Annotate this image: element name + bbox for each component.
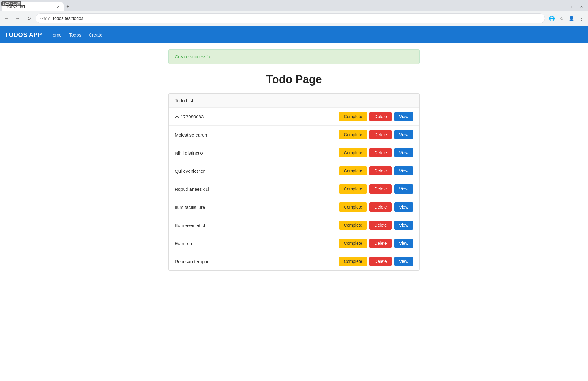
todo-item-title: Eum rem bbox=[175, 241, 193, 246]
view-button[interactable]: View bbox=[394, 257, 413, 266]
browser-chrome: TODO LIST ✕ + — □ ✕ ← → ↻ 不安全 todos.test… bbox=[0, 0, 588, 26]
view-button[interactable]: View bbox=[394, 221, 413, 230]
todo-item-actions: Complete Delete View bbox=[339, 148, 413, 157]
delete-button[interactable]: Delete bbox=[369, 184, 391, 194]
todo-item-actions: Complete Delete View bbox=[339, 202, 413, 212]
todo-item: Nihil distinctio Complete Delete View bbox=[169, 144, 419, 162]
view-button[interactable]: View bbox=[394, 112, 413, 121]
delete-button[interactable]: Delete bbox=[369, 202, 391, 212]
success-alert: Create successful! bbox=[168, 49, 420, 64]
tab-close-icon[interactable]: ✕ bbox=[56, 4, 60, 9]
menu-icon[interactable]: ⋮ bbox=[577, 14, 586, 23]
view-button[interactable]: View bbox=[394, 202, 413, 212]
todo-item-actions: Complete Delete View bbox=[339, 130, 413, 139]
browser-tab-bar: TODO LIST ✕ + — □ ✕ bbox=[0, 0, 588, 11]
complete-button[interactable]: Complete bbox=[339, 148, 367, 157]
view-button[interactable]: View bbox=[394, 130, 413, 139]
app-navbar: TODOS APP Home Todos Create bbox=[0, 26, 588, 43]
todo-item: zy 173080083 Complete Delete View bbox=[169, 108, 419, 126]
delete-button[interactable]: Delete bbox=[369, 239, 391, 248]
todo-item-title: Molestise earum bbox=[175, 132, 208, 137]
browser-toolbar: ← → ↻ 不安全 todos.test/todos 🌐 ☆ 👤 ⋮ bbox=[0, 11, 588, 26]
todo-item-title: Ilum facilis iure bbox=[175, 205, 205, 210]
todo-container: Todo List zy 173080083 Complete Delete V… bbox=[168, 93, 420, 271]
todo-item-actions: Complete Delete View bbox=[339, 112, 413, 121]
todo-list-header: Todo List bbox=[169, 94, 419, 108]
nav-link-todos[interactable]: Todos bbox=[69, 32, 81, 37]
account-icon[interactable]: 👤 bbox=[567, 14, 576, 23]
complete-button[interactable]: Complete bbox=[339, 239, 367, 248]
todo-item-title: Rqpudianaes qui bbox=[175, 187, 209, 192]
complete-button[interactable]: Complete bbox=[339, 112, 367, 121]
window-controls: — □ ✕ bbox=[559, 4, 586, 10]
reload-button[interactable]: ↻ bbox=[25, 14, 33, 23]
todo-item-actions: Complete Delete View bbox=[339, 257, 413, 266]
todo-item: Molestise earum Complete Delete View bbox=[169, 126, 419, 144]
complete-button[interactable]: Complete bbox=[339, 166, 367, 175]
resolution-badge: 1920 × 1030 bbox=[1, 1, 21, 6]
address-bar[interactable]: 不安全 todos.test/todos bbox=[36, 13, 545, 23]
maximize-button[interactable]: □ bbox=[569, 4, 576, 10]
forward-button[interactable]: → bbox=[13, 14, 22, 23]
complete-button[interactable]: Complete bbox=[339, 184, 367, 194]
todo-item-actions: Complete Delete View bbox=[339, 184, 413, 194]
todo-item-title: Eum eveniet id bbox=[175, 223, 205, 228]
close-button[interactable]: ✕ bbox=[578, 4, 586, 10]
browser-actions: 🌐 ☆ 👤 ⋮ bbox=[548, 14, 586, 23]
new-tab-button[interactable]: + bbox=[64, 4, 72, 10]
delete-button[interactable]: Delete bbox=[369, 257, 391, 266]
delete-button[interactable]: Delete bbox=[369, 112, 391, 121]
delete-button[interactable]: Delete bbox=[369, 166, 391, 175]
minimize-button[interactable]: — bbox=[559, 4, 568, 10]
complete-button[interactable]: Complete bbox=[339, 221, 367, 230]
delete-button[interactable]: Delete bbox=[369, 221, 391, 230]
todo-item-title: Nihil distinctio bbox=[175, 150, 203, 156]
delete-button[interactable]: Delete bbox=[369, 130, 391, 139]
view-button[interactable]: View bbox=[394, 184, 413, 194]
todo-item-title: Qui eveniet ten bbox=[175, 168, 206, 174]
todo-items-list: zy 173080083 Complete Delete View Molest… bbox=[169, 108, 419, 270]
delete-button[interactable]: Delete bbox=[369, 148, 391, 157]
todo-item: Rqpudianaes qui Complete Delete View bbox=[169, 180, 419, 198]
app-brand: TODOS APP bbox=[5, 31, 42, 38]
todo-item-title: zy 173080083 bbox=[175, 114, 204, 119]
bookmark-icon[interactable]: ☆ bbox=[557, 14, 566, 23]
nav-link-create[interactable]: Create bbox=[89, 32, 102, 37]
todo-item-title: Recusan tempor bbox=[175, 259, 208, 264]
back-button[interactable]: ← bbox=[2, 14, 11, 23]
view-button[interactable]: View bbox=[394, 239, 413, 248]
todo-item: Qui eveniet ten Complete Delete View bbox=[169, 162, 419, 180]
address-text: todos.test/todos bbox=[53, 16, 83, 21]
todo-item-actions: Complete Delete View bbox=[339, 221, 413, 230]
page-title: Todo Page bbox=[0, 73, 588, 86]
todo-item: Eum eveniet id Complete Delete View bbox=[169, 216, 419, 234]
todo-item: Ilum facilis iure Complete Delete View bbox=[169, 198, 419, 216]
todo-item: Eum rem Complete Delete View bbox=[169, 234, 419, 252]
todo-item-actions: Complete Delete View bbox=[339, 166, 413, 175]
view-button[interactable]: View bbox=[394, 166, 413, 175]
insecure-label: 不安全 bbox=[40, 16, 51, 21]
alert-message: Create successful! bbox=[175, 54, 212, 59]
nav-link-home[interactable]: Home bbox=[49, 32, 62, 37]
todo-item-actions: Complete Delete View bbox=[339, 239, 413, 248]
translate-icon[interactable]: 🌐 bbox=[548, 14, 556, 23]
complete-button[interactable]: Complete bbox=[339, 130, 367, 139]
view-button[interactable]: View bbox=[394, 148, 413, 157]
todo-item: Recusan tempor Complete Delete View bbox=[169, 252, 419, 270]
complete-button[interactable]: Complete bbox=[339, 202, 367, 212]
complete-button[interactable]: Complete bbox=[339, 257, 367, 266]
